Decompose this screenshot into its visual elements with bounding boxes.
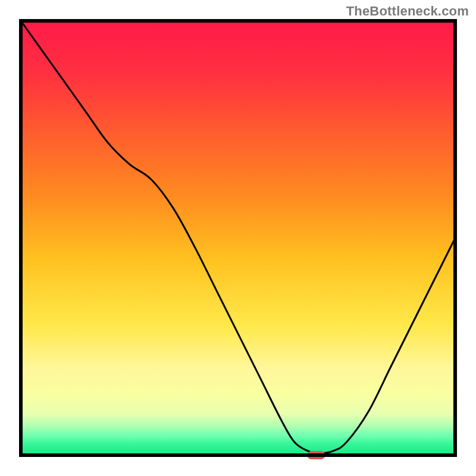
- plot-background: [21, 21, 455, 455]
- watermark-text: TheBottleneck.com: [346, 4, 469, 19]
- chart-svg: [0, 0, 476, 476]
- chart-container: TheBottleneck.com: [0, 0, 476, 476]
